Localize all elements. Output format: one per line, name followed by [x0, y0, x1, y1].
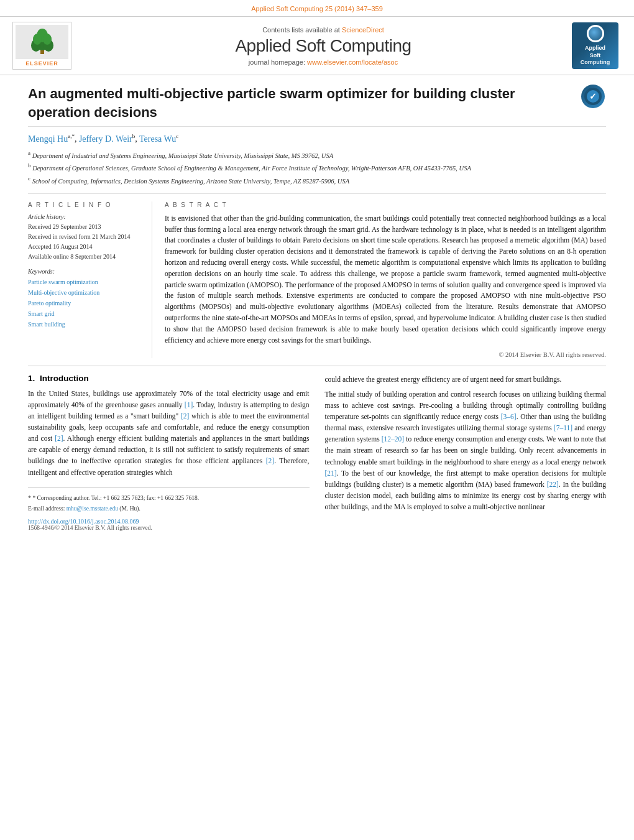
author-1-sup: a,* — [68, 133, 75, 139]
history-label: Article history: — [28, 213, 142, 220]
copyright-line: © 2014 Elsevier B.V. All rights reserved… — [165, 351, 606, 358]
article-info-heading: A R T I C L E I N F O — [28, 201, 142, 208]
affiliation-c: c School of Computing, Informatics, Deci… — [28, 175, 606, 186]
introduction-section: 1. Introduction In the United States, bu… — [28, 374, 606, 532]
elsevier-logo: ELSEVIER — [12, 22, 75, 70]
svg-point-5 — [33, 34, 42, 45]
ref-3-6[interactable]: [3–6] — [501, 413, 517, 420]
ref-2a[interactable]: [2] — [181, 412, 189, 420]
footnote-star: * * Corresponding author. Tel.: +1 662 3… — [28, 493, 310, 502]
author-2-name: Jeffery D. Weir — [79, 134, 132, 144]
title-section: An augmented multi-objective particle sw… — [28, 85, 606, 127]
ref-21[interactable]: [21] — [325, 469, 337, 477]
intro-left-column: 1. Introduction In the United States, bu… — [28, 374, 310, 532]
applied-soft-computing-logo: Applied Soft Computing — [572, 22, 618, 69]
journal-header-center: Contents lists available at ScienceDirec… — [87, 26, 559, 66]
keyword-5: Smart building — [28, 319, 142, 330]
keyword-1: Particle swarm optimization — [28, 277, 142, 287]
abstract-text: It is envisioned that other than the gri… — [165, 213, 606, 346]
ref-1[interactable]: [1] — [185, 401, 193, 408]
journal-header: ELSEVIER Contents lists available at Sci… — [0, 17, 634, 75]
intro-section-title: 1. Introduction — [28, 374, 310, 383]
section-number: 1. — [28, 374, 35, 383]
journal-logo-circle-icon — [587, 25, 604, 42]
homepage-line: journal homepage: www.elsevier.com/locat… — [87, 58, 559, 66]
authors-line: Mengqi Hua,*, Jeffery D. Weirb, Teresa W… — [28, 133, 606, 144]
top-bar: Applied Soft Computing 25 (2014) 347–359 — [0, 0, 634, 17]
ref-2b[interactable]: [2] — [55, 435, 63, 442]
footnote-email: E-mail address: mhu@ise.msstate.edu (M. … — [28, 504, 310, 513]
keyword-2: Multi-objective optimization — [28, 287, 142, 298]
author-3-name: Teresa Wu — [139, 134, 176, 144]
abstract-column: A B S T R A C T It is envisioned that ot… — [165, 201, 606, 358]
article-title: An augmented multi-objective particle sw… — [28, 85, 572, 121]
journal-logo-text: Applied Soft Computing — [581, 45, 610, 67]
article-info-column: A R T I C L E I N F O Article history: R… — [28, 201, 152, 358]
doi-link[interactable]: http://dx.doi.org/10.1016/j.asoc.2014.08… — [28, 518, 310, 525]
email-link[interactable]: mhu@ise.msstate.edu — [67, 505, 118, 512]
issn-line: 1568-4946/© 2014 Elsevier B.V. All right… — [28, 525, 310, 531]
section-title: Introduction — [40, 374, 89, 383]
intro-paragraph-right-1: could achieve the greatest energy effici… — [325, 374, 607, 385]
keywords-label: Keywords: — [28, 268, 142, 275]
article-history: Article history: Received 29 September 2… — [28, 213, 142, 262]
sciencedirect-link[interactable]: ScienceDirect — [342, 26, 384, 34]
journal-title: Applied Soft Computing — [87, 36, 559, 56]
svg-text:✓: ✓ — [589, 92, 597, 101]
footnote-section: * * Corresponding author. Tel.: +1 662 3… — [28, 487, 310, 514]
author-2-sup: b — [132, 133, 136, 139]
author-1-name: Mengqi Hu — [28, 134, 68, 144]
journal-homepage-link[interactable]: www.elsevier.com/locate/asoc — [307, 58, 398, 66]
accepted-date: Accepted 16 August 2014 — [28, 242, 142, 252]
keywords-list: Particle swarm optimization Multi-object… — [28, 277, 142, 330]
journal-citation-link[interactable]: Applied Soft Computing 25 (2014) 347–359 — [251, 5, 383, 12]
crossmark-badge[interactable]: ✓ — [581, 85, 606, 109]
abstract-heading: A B S T R A C T — [165, 201, 606, 208]
keyword-4: Smart grid — [28, 308, 142, 319]
ref-7-11[interactable]: [7–11] — [554, 424, 572, 432]
affiliation-b: b Department of Operational Sciences, Gr… — [28, 162, 606, 173]
info-abstract-section: A R T I C L E I N F O Article history: R… — [28, 201, 606, 358]
affiliations-section: a Department of Industrial and Systems E… — [28, 149, 606, 194]
elsevier-label: ELSEVIER — [16, 60, 68, 67]
intro-paragraph-1: In the United States, buildings use appr… — [28, 388, 310, 478]
ref-2c[interactable]: [2] — [266, 457, 274, 464]
article-body: An augmented multi-objective particle sw… — [0, 75, 634, 540]
svg-point-6 — [43, 34, 52, 45]
author-3-sup: c — [176, 133, 178, 139]
available-date: Available online 8 September 2014 — [28, 252, 142, 262]
doi-section: http://dx.doi.org/10.1016/j.asoc.2014.08… — [28, 518, 310, 531]
section-divider — [28, 366, 606, 366]
journal-logo-right: Applied Soft Computing — [572, 22, 622, 69]
ref-22[interactable]: [22] — [547, 481, 559, 488]
ref-12-20[interactable]: [12–20] — [382, 435, 404, 443]
crossmark-icon: ✓ — [581, 85, 605, 108]
intro-right-column: could achieve the greatest energy effici… — [325, 374, 607, 532]
keywords-group: Keywords: Particle swarm optimization Mu… — [28, 268, 142, 330]
affiliation-a: a Department of Industrial and Systems E… — [28, 149, 606, 160]
intro-paragraph-right-2: The initial study of building operation … — [325, 389, 607, 513]
received-date: Received 29 September 2013 — [28, 222, 142, 232]
revised-date: Received in revised form 21 March 2014 — [28, 232, 142, 242]
elsevier-tree-icon — [24, 28, 61, 56]
contents-available-line: Contents lists available at ScienceDirec… — [87, 26, 559, 34]
keyword-3: Pareto optimality — [28, 298, 142, 308]
